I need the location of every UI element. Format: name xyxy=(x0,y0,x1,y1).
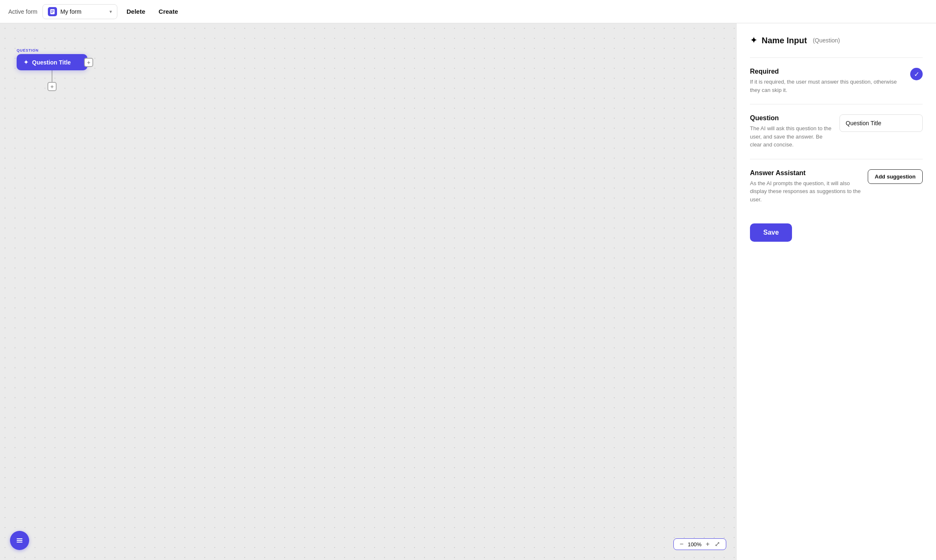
sparkle-icon: ✦ xyxy=(23,58,29,66)
panel-header: ✦ Name Input (Question) xyxy=(750,35,923,46)
answer-assistant-title: Answer Assistant xyxy=(750,169,861,177)
answer-assistant-desc: As the AI prompts the question, it will … xyxy=(750,179,861,204)
main-layout: QUESTION ✦ Question Title + + − 100% + ⤢ xyxy=(0,23,936,560)
question-title: Question xyxy=(750,114,833,122)
svg-rect-5 xyxy=(17,540,22,541)
save-button[interactable]: Save xyxy=(750,223,792,242)
form-name-label: My form xyxy=(60,8,106,15)
question-desc: The AI will ask this question to the use… xyxy=(750,124,833,149)
node-wrapper: QUESTION ✦ Question Title + + xyxy=(17,48,87,91)
menu-fab[interactable] xyxy=(10,531,29,550)
question-input[interactable] xyxy=(839,114,923,132)
required-info: Required If it is required, the user mus… xyxy=(750,68,904,94)
add-suggestion-button[interactable]: Add suggestion xyxy=(868,169,923,184)
svg-rect-3 xyxy=(51,12,53,12)
question-info: Question The AI will ask this question t… xyxy=(750,114,833,149)
required-section: Required If it is required, the user mus… xyxy=(750,57,923,104)
question-section: Question The AI will ask this question t… xyxy=(750,104,923,159)
document-icon xyxy=(50,9,55,15)
node-title: Question Title xyxy=(32,59,71,66)
delete-button[interactable]: Delete xyxy=(122,5,149,17)
panel-title: Name Input xyxy=(762,36,807,45)
required-desc: If it is required, the user must answer … xyxy=(750,78,904,94)
right-panel: ✦ Name Input (Question) Required If it i… xyxy=(736,23,936,560)
add-bottom-button[interactable]: + xyxy=(47,82,57,91)
zoom-controls: − 100% + ⤢ xyxy=(673,538,726,550)
answer-assistant-info: Answer Assistant As the AI prompts the q… xyxy=(750,169,861,204)
zoom-value: 100% xyxy=(688,541,701,548)
add-right-button[interactable]: + xyxy=(84,58,93,67)
menu-icon xyxy=(15,536,24,545)
svg-rect-4 xyxy=(17,538,22,539)
svg-rect-1 xyxy=(51,10,54,10)
question-node[interactable]: ✦ Question Title + xyxy=(17,54,87,70)
zoom-out-button[interactable]: − xyxy=(679,541,684,548)
topbar: Active form My form ▾ Delete Create xyxy=(0,0,936,23)
active-form-label: Active form xyxy=(8,8,37,15)
chevron-down-icon: ▾ xyxy=(109,9,112,15)
panel-star-icon: ✦ xyxy=(750,35,757,46)
svg-rect-2 xyxy=(51,11,54,12)
save-section: Save xyxy=(750,213,923,242)
node-connector xyxy=(52,70,52,82)
required-title: Required xyxy=(750,68,904,75)
canvas[interactable]: QUESTION ✦ Question Title + + − 100% + ⤢ xyxy=(0,23,736,560)
required-toggle[interactable]: ✓ xyxy=(910,68,923,80)
zoom-fit-button[interactable]: ⤢ xyxy=(714,541,721,548)
form-icon xyxy=(48,7,57,16)
form-selector[interactable]: My form ▾ xyxy=(42,4,117,19)
node-type-label: QUESTION xyxy=(17,48,87,52)
svg-rect-6 xyxy=(17,542,22,543)
answer-assistant-section: Answer Assistant As the AI prompts the q… xyxy=(750,159,923,214)
zoom-in-button[interactable]: + xyxy=(705,541,710,548)
panel-subtitle: (Question) xyxy=(813,37,840,44)
create-button[interactable]: Create xyxy=(154,5,182,17)
